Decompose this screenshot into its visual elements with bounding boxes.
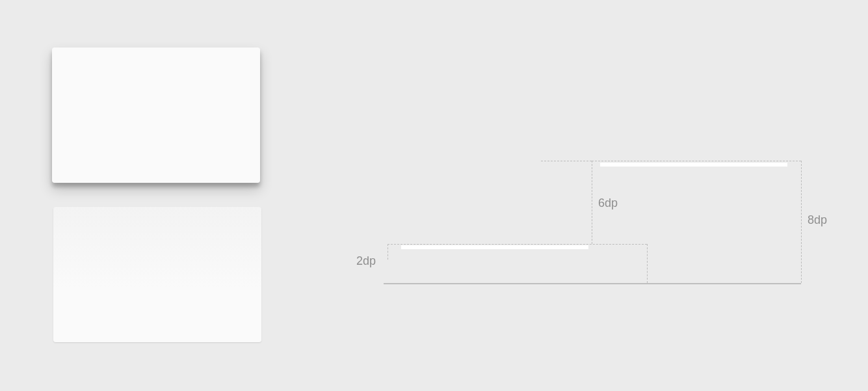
elevation-step-diagram: 2dp 6dp 8dp	[351, 156, 832, 286]
label-6dp: 6dp	[598, 196, 618, 210]
label-2dp: 2dp	[356, 254, 376, 268]
elevation-card-high	[52, 47, 260, 183]
dash-2dp-right	[647, 244, 648, 283]
surface-bar-2dp	[401, 245, 588, 249]
dash-8dp-top	[592, 161, 801, 161]
dash-8dp-left	[592, 161, 592, 244]
dash-2dp-left	[388, 244, 388, 260]
dash-8dp-top-ext	[541, 161, 592, 161]
dash-8dp-right	[801, 161, 802, 283]
elevation-card-low	[53, 207, 261, 342]
surface-bar-8dp	[600, 163, 787, 167]
diagram-baseline	[384, 283, 801, 284]
label-8dp: 8dp	[808, 213, 827, 227]
dash-2dp-top	[388, 244, 647, 245]
